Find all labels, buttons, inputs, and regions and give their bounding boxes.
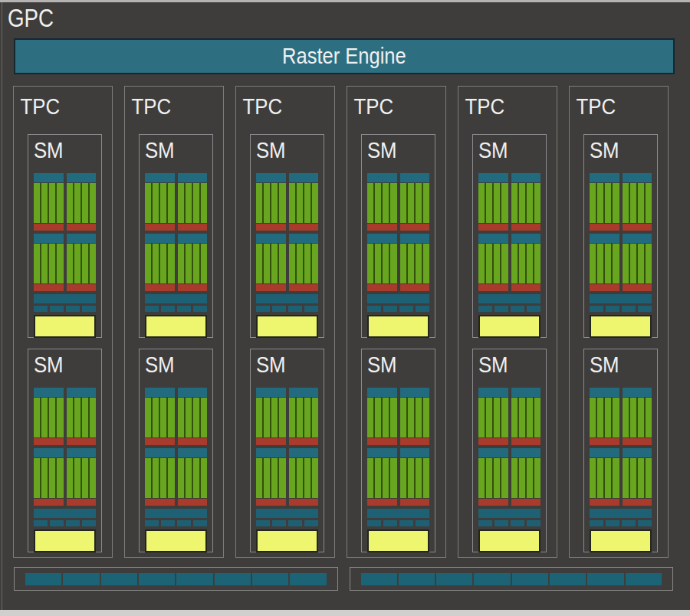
sm-partition	[289, 234, 319, 291]
sm-label: SM	[584, 349, 647, 388]
core-stripe	[74, 398, 80, 437]
sm-block: SM	[250, 134, 324, 338]
ldst-seg	[193, 520, 207, 526]
ldst-seg	[511, 306, 524, 312]
sm-content	[28, 388, 101, 552]
sm-partition	[590, 448, 619, 506]
core-stripe	[145, 398, 151, 437]
core-stripe	[168, 398, 174, 437]
core-stripe	[511, 458, 518, 498]
processing-block	[34, 173, 96, 231]
processing-block	[367, 448, 429, 506]
core-array	[623, 183, 652, 223]
core-stripe	[527, 183, 533, 223]
warp-scheduler-bar	[478, 173, 508, 182]
ldst-unit-row	[145, 520, 207, 526]
core-stripe	[49, 183, 55, 223]
core-stripe	[145, 183, 151, 223]
core-stripe	[90, 458, 96, 498]
ldst-seg	[193, 306, 207, 312]
core-stripe	[390, 183, 396, 223]
sm-partition	[400, 173, 430, 231]
core-stripe	[613, 244, 619, 283]
core-stripe	[256, 398, 262, 437]
core-stripe	[605, 244, 611, 283]
dispatch-bar	[67, 284, 97, 291]
ldst-seg	[590, 520, 603, 526]
core-stripe	[57, 183, 63, 223]
sm-mount: SM SM	[125, 134, 223, 552]
processing-block	[478, 448, 540, 506]
core-array	[478, 183, 508, 223]
core-array	[623, 458, 652, 498]
core-stripe	[90, 183, 96, 223]
texture-unit-block	[145, 315, 207, 338]
core-array	[178, 398, 208, 437]
core-array	[478, 244, 508, 283]
ldst-seg	[606, 306, 619, 312]
l1-cache-bar	[256, 294, 318, 303]
sm-partition	[34, 388, 64, 445]
ldst-unit-row	[256, 306, 318, 312]
sm-partition	[367, 448, 397, 506]
dispatch-bar	[623, 224, 652, 231]
sm-partition	[511, 448, 541, 506]
core-stripe	[511, 398, 518, 437]
sm-content	[140, 173, 212, 338]
tpc-label: TPC	[14, 87, 98, 134]
warp-scheduler-bar	[623, 173, 652, 182]
core-stripe	[534, 183, 540, 223]
ldst-seg	[272, 306, 286, 312]
bottom-seg	[474, 573, 510, 585]
processing-block	[145, 388, 207, 445]
sm-partition	[400, 388, 430, 445]
core-stripe	[297, 458, 303, 498]
tpc-block: TPC SM SM	[458, 86, 557, 558]
warp-scheduler-bar	[478, 234, 508, 243]
warp-scheduler-bar	[178, 388, 208, 397]
texture-unit-block	[145, 529, 207, 552]
ldst-seg	[50, 306, 64, 312]
sm-partition	[145, 173, 175, 231]
tpc-block: TPC SM SM	[569, 86, 669, 558]
core-array	[623, 398, 652, 437]
core-stripe	[494, 183, 500, 223]
core-stripe	[153, 458, 159, 498]
dispatch-bar	[400, 224, 430, 231]
sm-partition	[478, 448, 508, 506]
core-stripe	[494, 458, 500, 498]
l1-cache-bar	[590, 509, 652, 518]
core-stripe	[638, 183, 644, 223]
processing-block-mount	[590, 173, 652, 291]
dispatch-bar	[367, 284, 397, 291]
core-stripe	[486, 458, 492, 498]
bottom-engine-bar	[361, 573, 662, 585]
processing-block	[256, 173, 318, 231]
bottom-seg	[176, 573, 212, 585]
dispatch-bar	[34, 224, 64, 231]
core-stripe	[400, 398, 406, 437]
core-stripe	[423, 244, 429, 283]
core-stripe	[590, 458, 596, 498]
warp-scheduler-bar	[145, 234, 175, 243]
tpc-row: TPC SM SM	[13, 86, 669, 558]
sm-partition	[178, 173, 208, 231]
core-stripe	[186, 183, 192, 223]
ldst-seg	[272, 520, 286, 526]
sm-label: SM	[584, 135, 647, 173]
sm-mount: SM SM	[347, 134, 445, 552]
sm-partition	[145, 448, 175, 506]
tpc-block: TPC SM SM	[347, 86, 446, 558]
ldst-seg	[256, 306, 270, 312]
dispatch-bar	[590, 499, 619, 506]
core-stripe	[367, 183, 373, 223]
core-stripe	[630, 398, 636, 437]
core-array	[511, 183, 541, 223]
warp-scheduler-bar	[67, 448, 97, 457]
gpc-left-border	[2, 2, 2, 610]
core-stripe	[383, 183, 389, 223]
core-stripe	[178, 244, 184, 283]
core-stripe	[623, 398, 629, 437]
warp-scheduler-bar	[367, 448, 397, 457]
core-stripe	[486, 398, 492, 437]
